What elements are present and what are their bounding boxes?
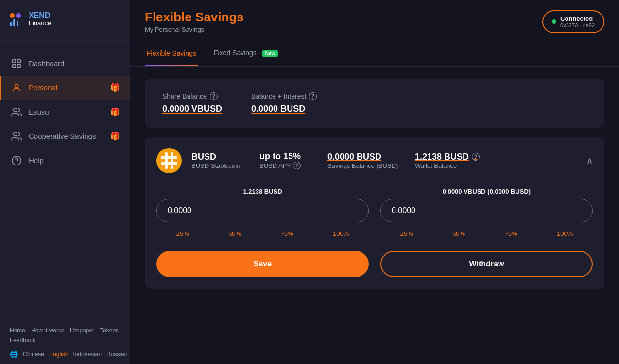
asset-apy-label: BUSD APY ? (259, 162, 318, 169)
save-input-label: 1.2138 BUSD (156, 188, 369, 195)
withdraw-button[interactable]: Withdraw (380, 251, 593, 277)
withdraw-input-group: 0.0000 VBUSD (0.0000 BUSD) 25% 50% 75% 1… (380, 188, 593, 239)
svg-rect-3 (17, 65, 20, 67)
wallet-balance-label: Wallet Balance (415, 162, 493, 169)
connected-label: Connected (560, 15, 595, 22)
asset-info: BUSD BUSD Stablecoin (191, 152, 250, 169)
tab-flexible-savings[interactable]: Flexible Savings (145, 42, 198, 66)
svg-rect-11 (165, 152, 168, 169)
sidebar-logo: XEND Finance. (0, 0, 130, 37)
personal-icon (11, 83, 22, 93)
asset-apy: up to 15% BUSD APY ? (259, 151, 318, 169)
sidebar-item-dashboard-label: Dashboard (29, 59, 64, 67)
connected-badge: Connected 0x327A...4a92 (542, 10, 604, 33)
balance-interest-item: Balance + Interest ? 0.0000 BUSD (251, 92, 317, 114)
connected-address: 0x327A...4a92 (560, 22, 595, 28)
action-row: Save Withdraw (145, 251, 604, 289)
sidebar-item-dashboard[interactable]: Dashboard (0, 51, 130, 76)
withdraw-50-pct[interactable]: 50% (448, 228, 469, 239)
asset-header: BUSD BUSD Stablecoin up to 15% BUSD APY … (145, 137, 604, 184)
lang-russian[interactable]: Russian (106, 351, 127, 358)
logo-bars (10, 19, 21, 26)
logo-dot-orange (10, 13, 15, 18)
share-balance-help-icon[interactable]: ? (210, 92, 218, 100)
globe-icon: 🌐 (10, 350, 18, 358)
logo-text: XEND Finance. (29, 12, 52, 28)
sidebar-item-help[interactable]: Help (0, 149, 130, 173)
save-25-pct[interactable]: 25% (172, 228, 193, 239)
share-balance-item: Share Balance ? 0.0000 VBUSD (162, 92, 222, 114)
apy-help-icon[interactable]: ? (293, 162, 301, 169)
asset-apy-value: up to 15% (259, 151, 318, 162)
save-75-pct[interactable]: 75% (277, 228, 297, 239)
svg-point-7 (12, 156, 21, 165)
footer-link-feedback[interactable]: Feedback (10, 337, 35, 344)
svg-point-4 (15, 84, 18, 88)
sidebar-item-cooperative-label: Cooperative Savings (29, 132, 96, 140)
save-100-pct[interactable]: 100% (329, 228, 353, 239)
asset-collapse-toggle[interactable]: ∧ (586, 155, 593, 166)
wallet-balance-value: 1.2138 BUSD ? (415, 152, 493, 162)
wallet-help-icon[interactable]: ? (472, 153, 480, 161)
language-row: 🌐 Chinese English Indonesian Russian (10, 350, 120, 358)
cooperative-gift-icon: 🎁 (110, 132, 120, 141)
withdraw-100-pct[interactable]: 100% (553, 228, 577, 239)
svg-point-6 (14, 132, 17, 136)
asset-card-busd: BUSD BUSD Stablecoin up to 15% BUSD APY … (145, 137, 604, 289)
asset-wallet-balance: 1.2138 BUSD ? Wallet Balance (415, 152, 493, 169)
footer-link-home[interactable]: Home (10, 327, 25, 334)
sidebar-item-esusu[interactable]: Esusu 🎁 (0, 100, 130, 124)
logo-bar-1 (10, 22, 12, 26)
svg-rect-12 (171, 152, 173, 169)
help-icon (11, 155, 22, 166)
svg-point-5 (14, 108, 17, 112)
footer-link-litepaper[interactable]: Litepaper (70, 327, 94, 334)
page-title: Flexible Savings (145, 10, 244, 25)
sidebar-nav: Dashboard Personal 🎁 Esusu 🎁 (0, 46, 130, 321)
save-button[interactable]: Save (156, 251, 369, 277)
logo-xend-label: XEND (29, 12, 52, 19)
logo-dot-purple (16, 13, 21, 18)
svg-rect-9 (161, 156, 177, 159)
lang-indonesian[interactable]: Indonesian (73, 351, 102, 358)
lang-chinese[interactable]: Chinese (23, 351, 44, 358)
sidebar-item-personal[interactable]: Personal 🎁 (0, 76, 130, 100)
footer-link-tokens[interactable]: Tokens (100, 327, 119, 334)
save-50-pct[interactable]: 50% (224, 228, 245, 239)
personal-gift-icon: 🎁 (110, 83, 120, 92)
sidebar-item-help-label: Help (29, 156, 44, 165)
lang-english[interactable]: English (49, 351, 68, 358)
withdraw-75-pct[interactable]: 75% (501, 228, 521, 239)
asset-name: BUSD (191, 152, 250, 162)
withdraw-input[interactable] (380, 199, 593, 222)
balance-interest-help-icon[interactable]: ? (309, 92, 317, 100)
share-balance-value: 0.0000 VBUSD (162, 104, 222, 114)
asset-expanded-section: 1.2138 BUSD 25% 50% 75% 100% 0.0000 VBUS… (145, 184, 604, 251)
svg-rect-10 (161, 162, 177, 165)
sidebar: XEND Finance. Dashboard Per (0, 0, 130, 364)
header-left: Flexible Savings My Personal Savings (145, 10, 244, 33)
save-percent-row: 25% 50% 75% 100% (156, 228, 369, 239)
save-input[interactable] (156, 199, 369, 222)
main-content: Flexible Savings My Personal Savings Con… (130, 0, 619, 364)
savings-balance-label: Savings Balance (BUSD) (327, 162, 405, 169)
savings-balance-value: 0.0000 BUSD (327, 152, 405, 162)
svg-rect-2 (13, 65, 16, 67)
footer-link-how[interactable]: How it works (31, 327, 64, 334)
tab-bar: Flexible Savings Fixed Savings New (130, 41, 619, 67)
svg-rect-0 (13, 60, 16, 63)
sidebar-item-cooperative[interactable]: Cooperative Savings 🎁 (0, 124, 130, 149)
footer-links: Home How it works Litepaper Tokens Feedb… (10, 327, 120, 344)
logo-icon (10, 13, 24, 26)
withdraw-25-pct[interactable]: 25% (396, 228, 417, 239)
sidebar-footer: Home How it works Litepaper Tokens Feedb… (0, 321, 130, 364)
dashboard-icon (11, 58, 22, 69)
tab-fixed-savings[interactable]: Fixed Savings New (212, 41, 280, 66)
balance-card: Share Balance ? 0.0000 VBUSD Balance + I… (145, 79, 604, 128)
asset-savings-balance: 0.0000 BUSD Savings Balance (BUSD) (327, 152, 405, 169)
connected-info: Connected 0x327A...4a92 (560, 15, 595, 28)
esusu-gift-icon: 🎁 (110, 107, 120, 116)
svg-rect-1 (17, 60, 20, 63)
esusu-icon (11, 107, 22, 117)
connected-dot (552, 19, 556, 24)
